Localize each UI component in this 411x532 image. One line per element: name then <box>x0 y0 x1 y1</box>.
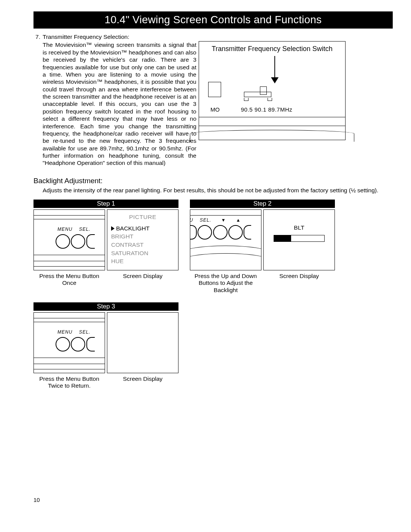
switch-tick-left <box>244 98 249 101</box>
item-7-heading: Transmitter Frequency Selection: <box>43 33 393 40</box>
page-title-bar: 10.4" Viewing Screen Controls and Functi… <box>33 11 393 29</box>
step-2-bar: Step 2 <box>190 200 335 208</box>
arrow-line <box>274 56 275 80</box>
frequency-labels: 90.5 90.1 89.7MHz <box>241 106 292 113</box>
item-7-row: 7. Transmitter Frequency Selection: The … <box>33 33 393 167</box>
osd-item-hue: HUE <box>111 257 174 265</box>
frequency-diagram-caption: Transmitter Frequency Selection Switch <box>199 42 345 53</box>
menu-label-3: MENU <box>57 329 72 335</box>
backlight-description: Adjusts the intensity of the rear panel … <box>43 187 393 194</box>
osd-item-contrast: CONTRAST <box>111 241 174 249</box>
sel-label: SEL. <box>79 227 91 232</box>
arrow-down-icon <box>271 77 279 83</box>
panel-curve-2 <box>190 253 261 270</box>
osd-item-backlight: BACKLIGHT <box>116 225 150 232</box>
step-3-panel-caption: Press the Menu Button Twice to Return. <box>33 375 105 390</box>
panel-strip <box>199 117 345 126</box>
down-button-icon <box>213 225 228 240</box>
down-arrow-icon: ▼ <box>221 217 226 223</box>
sel-button-icon <box>71 234 85 249</box>
page-number: 10 <box>33 497 40 503</box>
step-3-screen-caption: Screen Display <box>107 375 178 390</box>
item-7-number: 7. <box>33 33 41 40</box>
step-1-label: Step 1 <box>97 200 115 207</box>
blt-bar-fill <box>274 235 291 241</box>
menu-button-3-icon <box>56 337 70 351</box>
step-2-panel-diagram: U SEL. ▼ ▲ <box>190 209 261 270</box>
step-3-panel-diagram: MENU SEL. <box>33 312 105 373</box>
sel-button-3-icon <box>71 337 85 351</box>
osd-title: PICTURE <box>111 213 174 221</box>
osd-item-saturation: SATURATION <box>111 249 174 257</box>
step-1-panel-diagram: MENU SEL. <box>33 209 105 270</box>
step-2-panel-caption: Press the Up and Down Buttons to Adjust … <box>190 272 261 294</box>
partial-button-3-icon <box>86 337 95 351</box>
selection-arrow-icon <box>111 226 115 231</box>
partial-button-right-icon <box>244 225 251 240</box>
menu-button-icon <box>56 234 70 249</box>
partial-button-left-icon <box>190 225 197 240</box>
blt-label: BLT <box>274 224 325 231</box>
backlight-heading: Backlight Adjustment: <box>33 177 393 185</box>
step-1-panel-caption: Press the Menu Button Once <box>33 272 105 294</box>
step-3-screen-display <box>107 312 178 373</box>
step-2-screen-display: BLT <box>263 209 335 270</box>
step-3-label: Step 3 <box>97 303 115 310</box>
switch-slot-1 <box>208 82 221 97</box>
step-1-bar: Step 1 <box>33 200 178 208</box>
switch-tick-right <box>268 98 272 101</box>
step-3-bar: Step 3 <box>33 302 178 311</box>
switch-knob <box>260 86 267 95</box>
u-label: U <box>190 217 193 223</box>
mo-label: MO <box>210 106 220 113</box>
partial-button-icon <box>86 234 95 249</box>
steps-grid: Step 1 Step 2 MENU SEL. PICTURE <box>33 200 393 390</box>
sel-label-3: SEL. <box>79 329 91 335</box>
up-button-icon <box>228 225 243 240</box>
sel-button-2-icon <box>198 225 212 240</box>
step-2-label: Step 2 <box>253 200 272 207</box>
frequency-diagram: Transmitter Frequency Selection Switch M… <box>199 41 351 140</box>
menu-label: MENU <box>57 227 72 232</box>
sel-label-2: SEL. <box>200 217 211 223</box>
page-title: 10.4" Viewing Screen Controls and Functi… <box>105 14 322 26</box>
item-7-body: The Movievision™ viewing screen transmit… <box>43 41 196 166</box>
panel-curve <box>190 130 354 142</box>
step-1-screen-display: PICTURE BACKLIGHT BRIGHT CONTRAST SATURA… <box>107 209 178 270</box>
switch-track <box>244 92 271 97</box>
step-1-screen-caption: Screen Display <box>107 272 178 294</box>
up-arrow-icon: ▲ <box>236 217 241 223</box>
blt-bar <box>274 235 325 242</box>
step-2-screen-caption: Screen Display <box>263 272 335 294</box>
osd-item-bright: BRIGHT <box>111 232 174 241</box>
